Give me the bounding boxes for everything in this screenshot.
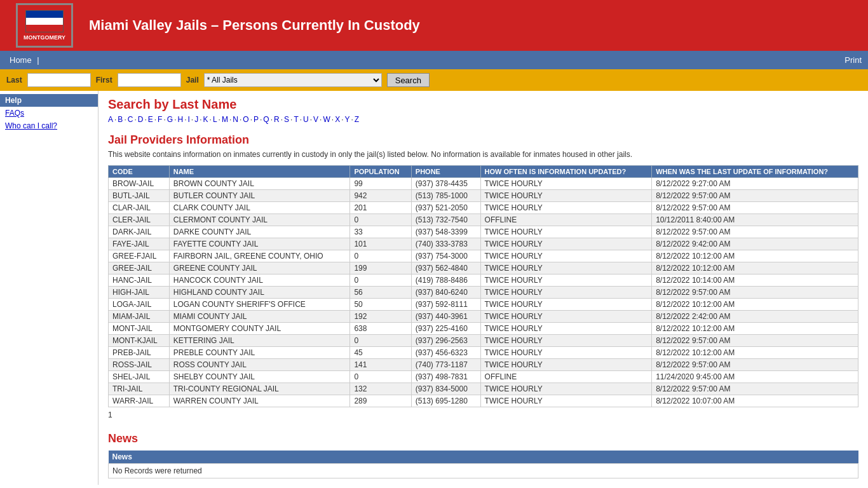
alpha-sep: · — [290, 115, 292, 124]
table-cell: MONT-KJAIL — [109, 335, 170, 347]
jail-table-body: BROW-JAILBROWN COUNTY JAIL99(937) 378-44… — [109, 178, 858, 407]
logo: MONTGOMERY — [16, 3, 73, 48]
table-cell: BUTL-JAIL — [109, 190, 170, 202]
table-cell: (740) 773-1187 — [411, 359, 480, 371]
table-cell: SHEL-JAIL — [109, 371, 170, 383]
last-label: Last — [6, 76, 22, 85]
alpha-sep: · — [271, 115, 273, 124]
table-cell: (937) 440-3961 — [411, 311, 480, 323]
search-first-input[interactable] — [118, 73, 181, 87]
alpha-link-m[interactable]: M — [222, 115, 228, 124]
search-button[interactable]: Search — [387, 73, 430, 87]
th-phone: PHONE — [411, 166, 480, 178]
alpha-link-r[interactable]: R — [274, 115, 280, 124]
alpha-link-c[interactable]: C — [128, 115, 133, 124]
alpha-link-w[interactable]: W — [323, 115, 330, 124]
alphabet-nav: A · B · C · D · E · F · G · H · I · J · … — [108, 115, 858, 124]
alpha-sep: · — [300, 115, 302, 124]
table-cell: 8/12/2022 9:57:00 AM — [652, 359, 858, 371]
table-row: GREE-JAILGREENE COUNTY JAIL199(937) 562-… — [109, 262, 858, 274]
table-cell: (937) 225-4160 — [411, 323, 480, 335]
alpha-link-p[interactable]: P — [254, 115, 259, 124]
alpha-link-b[interactable]: B — [118, 115, 123, 124]
alpha-link-s[interactable]: S — [284, 115, 289, 124]
table-cell: TWICE HOURLY — [480, 287, 652, 299]
alpha-sep: · — [200, 115, 201, 124]
alpha-link-o[interactable]: O — [243, 115, 248, 124]
header-bar: MONTGOMERY Miami Valley Jails – Persons … — [0, 0, 868, 51]
table-row: HANC-JAILHANCOCK COUNTY JAIL0(419) 788-8… — [109, 274, 858, 287]
table-cell: 8/12/2022 2:42:00 AM — [652, 311, 858, 323]
search-last-input[interactable] — [27, 73, 91, 87]
sidebar: Help FAQs Who can I call? — [0, 91, 98, 485]
th-when_was_the_last_update_of_information: WHEN WAS THE LAST UPDATE OF INFORMATION? — [652, 166, 858, 178]
alpha-sep: · — [240, 115, 241, 124]
alpha-link-n[interactable]: N — [233, 115, 238, 124]
print-link[interactable]: Print — [844, 55, 862, 65]
table-cell: (937) 562-4840 — [411, 262, 480, 274]
alpha-link-q[interactable]: Q — [263, 115, 269, 124]
alpha-sep: · — [351, 115, 353, 124]
alpha-sep: · — [250, 115, 252, 124]
alpha-link-l[interactable]: L — [213, 115, 217, 124]
table-cell: FAIRBORN JAIL, GREENE COUNTY, OHIO — [169, 250, 350, 262]
table-row: HIGH-JAILHIGHLAND COUNTY JAIL56(937) 840… — [109, 287, 858, 299]
table-cell: 0 — [350, 371, 411, 383]
th-how_often_is_information_updated: HOW OFTEN IS INFORMATION UPDATED? — [480, 166, 652, 178]
news-title: News — [108, 432, 858, 445]
alpha-link-z[interactable]: Z — [355, 115, 359, 124]
alpha-link-h[interactable]: H — [177, 115, 183, 124]
alpha-link-i[interactable]: I — [188, 115, 190, 124]
table-cell: 50 — [350, 299, 411, 311]
alpha-sep: · — [114, 115, 116, 124]
home-link[interactable]: Home — [6, 54, 35, 66]
alpha-link-y[interactable]: Y — [344, 115, 349, 124]
table-cell: 8/12/2022 9:57:00 AM — [652, 202, 858, 214]
table-cell: TWICE HOURLY — [480, 274, 652, 287]
alpha-link-u[interactable]: U — [303, 115, 309, 124]
jail-label: Jail — [186, 76, 199, 85]
alpha-link-t[interactable]: T — [294, 115, 298, 124]
table-cell: KETTERING JAIL — [169, 335, 350, 347]
table-row: SHEL-JAILSHELBY COUNTY JAIL0(937) 498-78… — [109, 371, 858, 383]
table-cell: CLER-JAIL — [109, 214, 170, 226]
table-cell: MIAM-JAIL — [109, 311, 170, 323]
table-cell: 8/12/2022 10:12:00 AM — [652, 323, 858, 335]
sidebar-link-faqs[interactable]: FAQs — [0, 107, 98, 119]
sidebar-link-who-can-i-call[interactable]: Who can I call? — [0, 119, 98, 132]
alpha-link-k[interactable]: K — [203, 115, 208, 124]
alpha-sep: · — [320, 115, 322, 124]
alpha-link-j[interactable]: J — [194, 115, 198, 124]
table-cell: CLAR-JAIL — [109, 202, 170, 214]
table-cell: BROWN COUNTY JAIL — [169, 178, 350, 190]
alpha-link-x[interactable]: X — [335, 115, 340, 124]
table-cell: TWICE HOURLY — [480, 395, 652, 407]
table-row: MIAM-JAILMIAMI COUNTY JAIL192(937) 440-3… — [109, 311, 858, 323]
alpha-link-d[interactable]: D — [138, 115, 144, 124]
sidebar-help-heading: Help — [0, 94, 98, 107]
jail-select[interactable]: * All JailsBROW-JAIL - BROWN COUNTY JAIL… — [204, 73, 382, 87]
alpha-link-e[interactable]: E — [148, 115, 153, 124]
table-cell: TWICE HOURLY — [480, 299, 652, 311]
alpha-link-v[interactable]: V — [313, 115, 318, 124]
table-row: FAYE-JAILFAYETTE COUNTY JAIL101(740) 333… — [109, 238, 858, 250]
table-cell: 201 — [350, 202, 411, 214]
table-cell: 141 — [350, 359, 411, 371]
table-cell: TWICE HOURLY — [480, 202, 652, 214]
table-cell: 192 — [350, 311, 411, 323]
alpha-link-f[interactable]: F — [158, 115, 162, 124]
table-cell: 132 — [350, 383, 411, 395]
table-cell: (937) 840-6240 — [411, 287, 480, 299]
table-cell: (513) 785-1000 — [411, 190, 480, 202]
table-row: GREE-FJAILFAIRBORN JAIL, GREENE COUNTY, … — [109, 250, 858, 262]
table-cell: 8/12/2022 9:57:00 AM — [652, 190, 858, 202]
alpha-link-g[interactable]: G — [167, 115, 173, 124]
news-table: News No Records were returned — [108, 451, 858, 478]
alpha-link-a[interactable]: A — [108, 115, 113, 124]
table-cell: WARREN COUNTY JAIL — [169, 395, 350, 407]
logo-text: MONTGOMERY — [24, 34, 65, 41]
alpha-sep: · — [134, 115, 136, 124]
table-cell: 8/12/2022 10:14:00 AM — [652, 274, 858, 287]
table-cell: 289 — [350, 395, 411, 407]
table-cell: MONT-JAIL — [109, 323, 170, 335]
